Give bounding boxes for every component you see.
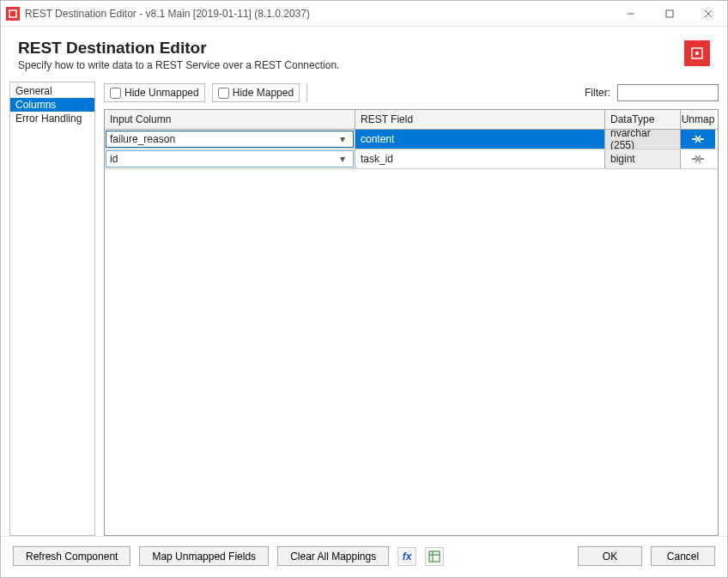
close-button[interactable] — [689, 1, 727, 26]
input-column-value: failure_reason — [110, 133, 175, 145]
grid-row[interactable]: failure_reason ▾ content nvarchar (255) — [105, 130, 718, 149]
window-title: REST Destination Editor - v8.1 Main [201… — [25, 8, 310, 20]
hide-mapped-label: Hide Mapped — [233, 87, 294, 99]
hide-unmapped-label: Hide Unmapped — [124, 87, 199, 99]
datatype-value: nvarchar (255) — [610, 127, 675, 151]
cell-rest-field[interactable]: content — [355, 130, 605, 149]
cancel-button[interactable]: Cancel — [651, 546, 715, 566]
ok-button[interactable]: OK — [578, 546, 642, 566]
svg-rect-0 — [9, 10, 16, 17]
refresh-component-button[interactable]: Refresh Component — [13, 546, 130, 566]
cell-unmap[interactable] — [681, 130, 715, 149]
chevron-down-icon: ▾ — [336, 133, 349, 145]
expression-icon-button[interactable]: fx — [397, 547, 416, 566]
unmap-icon — [690, 133, 706, 145]
sidebar-item-columns[interactable]: Columns — [10, 98, 94, 112]
main: General Columns Error Handling Hide Unma… — [1, 76, 727, 536]
rest-field-value: task_id — [361, 153, 393, 165]
maximize-button[interactable] — [650, 1, 689, 26]
sidebar-item-general[interactable]: General — [10, 84, 94, 98]
clear-all-mappings-button[interactable]: Clear All Mappings — [277, 546, 389, 566]
hide-mapped-input[interactable] — [218, 88, 229, 99]
sidebar-item-error-handling[interactable]: Error Handling — [10, 112, 94, 125]
input-column-value: id — [110, 153, 118, 165]
filter-input[interactable] — [617, 84, 719, 101]
cell-input-column[interactable]: id ▾ — [105, 149, 355, 168]
svg-point-6 — [695, 52, 699, 55]
hide-unmapped-checkbox[interactable]: Hide Unmapped — [104, 83, 205, 102]
page-title: REST Destination Editor — [18, 39, 684, 58]
col-header-datatype[interactable]: DataType — [605, 110, 681, 129]
minimize-button[interactable] — [611, 1, 650, 26]
toolbar-divider — [306, 83, 307, 102]
sidebar: General Columns Error Handling — [9, 82, 95, 536]
mapping-grid: Input Column REST Field DataType Unmap f… — [104, 109, 719, 536]
window-controls — [611, 1, 727, 26]
col-header-unmap[interactable]: Unmap — [681, 110, 715, 129]
rest-field-value: content — [361, 133, 394, 145]
svg-rect-7 — [429, 551, 440, 562]
column-chooser-icon-button[interactable] — [425, 547, 444, 566]
col-header-input[interactable]: Input Column — [105, 110, 355, 129]
svg-rect-2 — [666, 10, 673, 17]
hide-mapped-checkbox[interactable]: Hide Mapped — [212, 83, 300, 102]
chevron-down-icon: ▾ — [336, 153, 349, 165]
input-column-select[interactable]: failure_reason ▾ — [106, 131, 354, 148]
unmap-icon — [690, 153, 706, 165]
cell-datatype: bigint — [605, 149, 681, 168]
map-unmapped-fields-button[interactable]: Map Unmapped Fields — [139, 546, 269, 566]
app-icon — [6, 7, 20, 21]
titlebar: REST Destination Editor - v8.1 Main [201… — [1, 1, 727, 27]
header: REST Destination Editor Specify how to w… — [1, 27, 727, 76]
page-subtitle: Specify how to write data to a REST Serv… — [18, 59, 684, 71]
filter-label: Filter: — [585, 87, 610, 99]
content-toolbar: Hide Unmapped Hide Mapped Filter: — [104, 82, 719, 104]
content: Hide Unmapped Hide Mapped Filter: Input … — [104, 82, 719, 536]
cell-unmap[interactable] — [681, 149, 715, 168]
col-header-rest[interactable]: REST Field — [355, 110, 605, 129]
footer: Refresh Component Map Unmapped Fields Cl… — [1, 536, 727, 575]
input-column-select[interactable]: id ▾ — [106, 150, 354, 167]
hide-unmapped-input[interactable] — [110, 88, 121, 99]
datatype-value: bigint — [610, 153, 635, 165]
cell-datatype: nvarchar (255) — [605, 130, 681, 149]
brand-logo-icon — [684, 40, 710, 66]
cell-input-column[interactable]: failure_reason ▾ — [105, 130, 355, 149]
cell-rest-field[interactable]: task_id — [355, 149, 605, 168]
grid-row[interactable]: id ▾ task_id bigint — [105, 149, 718, 169]
